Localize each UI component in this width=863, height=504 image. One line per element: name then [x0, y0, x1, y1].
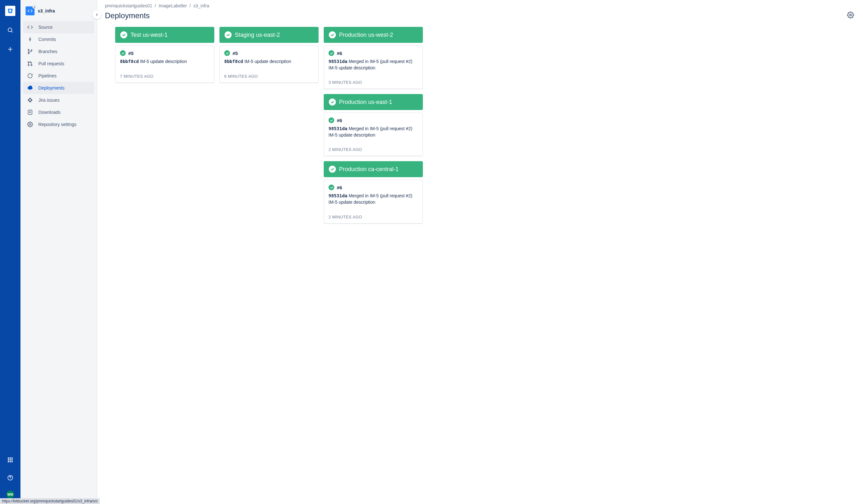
build-status-success-icon — [120, 50, 126, 56]
breadcrumb-item[interactable]: s3_infra — [193, 3, 209, 8]
sidebar-item-label: Commits — [38, 37, 56, 42]
environment-card: Test us-west-1#58bbf8cd IM-5 update desc… — [115, 27, 214, 83]
pullrequest-icon — [27, 61, 33, 67]
sidebar-item-pull-requests[interactable]: Pull requests — [23, 58, 95, 70]
commit-message: 98531da Merged in IM-5 (pull request #2)… — [328, 126, 418, 138]
repo-sidebar: s3_infra SourceCommitsBranchesPull reque… — [21, 0, 97, 504]
sidebar-item-label: Deployments — [38, 85, 65, 90]
commit-hash: 8bbf8cd — [224, 59, 243, 64]
environment-header[interactable]: Test us-west-1 — [115, 27, 214, 43]
status-bar: https://bitbucket.org/pmmquickstartguide… — [0, 498, 100, 504]
breadcrumb-item[interactable]: ImageLabeller — [159, 3, 187, 8]
bitbucket-logo[interactable] — [5, 6, 15, 16]
svg-point-16 — [29, 39, 31, 40]
jira-icon — [27, 97, 33, 103]
deployment-time: 6 MINUTES AGO — [224, 74, 314, 79]
svg-rect-9 — [12, 459, 13, 461]
deployment-column: Staging us-east-2#58bbf8cd IM-5 update d… — [220, 27, 318, 83]
build-number: #6 — [337, 51, 342, 56]
create-icon[interactable] — [5, 44, 15, 54]
search-icon[interactable] — [5, 25, 15, 35]
commit-message: 8bbf8cd IM-5 update description — [120, 59, 210, 65]
svg-rect-8 — [10, 459, 11, 461]
deployment-card[interactable]: #698531da Merged in IM-5 (pull request #… — [324, 46, 423, 89]
sidebar-item-deployments[interactable]: Deployments — [23, 82, 95, 94]
breadcrumb-separator: / — [155, 3, 156, 8]
deployment-time: 7 MINUTES AGO — [120, 74, 210, 79]
build-number: #5 — [233, 51, 238, 56]
breadcrumb: pmmquickstartguides01/ImageLabeller/s3_i… — [97, 0, 863, 8]
environment-header[interactable]: Production us-east-1 — [324, 94, 423, 110]
commit-icon — [27, 36, 33, 42]
build-status-success-icon — [328, 50, 334, 56]
environment-name: Production us-east-1 — [339, 99, 392, 105]
status-success-icon — [225, 32, 232, 38]
svg-point-23 — [28, 65, 29, 66]
svg-rect-15 — [34, 7, 35, 8]
environment-header[interactable]: Production us-west-2 — [324, 27, 423, 43]
environment-name: Production ca-central-1 — [339, 166, 399, 173]
sidebar-item-label: Downloads — [38, 110, 61, 115]
deployment-card[interactable]: #58bbf8cd IM-5 update description6 MINUT… — [220, 46, 318, 83]
help-icon[interactable] — [5, 473, 15, 483]
download-icon — [27, 109, 33, 115]
environment-card: Staging us-east-2#58bbf8cd IM-5 update d… — [220, 27, 318, 83]
settings-icon — [27, 121, 33, 128]
app-switcher-icon[interactable] — [5, 455, 15, 465]
sidebar-item-label: Branches — [38, 49, 57, 54]
collapse-sidebar-button[interactable] — [92, 10, 101, 19]
svg-rect-10 — [8, 461, 9, 463]
sidebar-item-commits[interactable]: Commits — [23, 33, 95, 46]
build-status-success-icon — [328, 185, 334, 190]
repo-avatar — [26, 7, 35, 15]
environment-card: Production us-west-2#698531da Merged in … — [324, 27, 423, 89]
environment-header[interactable]: Production ca-central-1 — [324, 161, 423, 177]
build-number: #6 — [337, 118, 342, 123]
build-status-success-icon — [224, 50, 230, 56]
user-avatar[interactable]: WM — [7, 491, 14, 498]
svg-rect-4 — [8, 458, 9, 459]
svg-rect-11 — [10, 461, 11, 463]
deployment-time: 2 MINUTES AGO — [328, 147, 418, 152]
svg-line-1 — [12, 32, 13, 33]
deployment-card[interactable]: #58bbf8cd IM-5 update description7 MINUT… — [115, 46, 214, 83]
sidebar-item-pipelines[interactable]: Pipelines — [23, 70, 95, 82]
page-title: Deployments — [105, 11, 150, 20]
pipelines-icon — [27, 73, 33, 79]
build-number: #5 — [128, 51, 134, 56]
status-success-icon — [329, 99, 336, 105]
deployment-card[interactable]: #698531da Merged in IM-5 (pull request #… — [324, 113, 423, 156]
commit-hash: 98531da — [328, 59, 347, 64]
commit-message: 98531da Merged in IM-5 (pull request #2)… — [328, 193, 418, 205]
sidebar-item-jira-issues[interactable]: Jira issues — [23, 94, 95, 106]
svg-rect-5 — [10, 458, 11, 459]
commit-hash: 98531da — [328, 193, 347, 198]
svg-rect-6 — [12, 458, 13, 459]
environment-name: Production us-west-2 — [339, 32, 393, 38]
status-success-icon — [120, 32, 127, 38]
breadcrumb-separator: / — [189, 3, 191, 8]
sidebar-item-label: Pipelines — [38, 73, 57, 78]
sidebar-item-downloads[interactable]: Downloads — [23, 106, 95, 118]
sidebar-item-label: Source — [38, 25, 52, 30]
svg-point-21 — [31, 50, 32, 51]
build-number: #6 — [337, 185, 342, 190]
deployment-column: Production us-west-2#698531da Merged in … — [324, 27, 423, 224]
environment-card: Production ca-central-1#698531da Merged … — [324, 161, 423, 223]
environment-name: Staging us-east-2 — [235, 32, 280, 38]
page-settings-button[interactable] — [846, 10, 855, 21]
branch-icon — [27, 48, 33, 55]
sidebar-item-source[interactable]: Source — [23, 21, 95, 33]
environment-header[interactable]: Staging us-east-2 — [220, 27, 318, 43]
breadcrumb-item[interactable]: pmmquickstartguides01 — [105, 3, 152, 8]
sidebar-item-repository-settings[interactable]: Repository settings — [23, 118, 95, 130]
repo-name: s3_infra — [38, 8, 55, 13]
repo-header[interactable]: s3_infra — [23, 5, 95, 21]
svg-point-22 — [28, 62, 29, 63]
svg-rect-7 — [8, 459, 9, 461]
deployment-card[interactable]: #698531da Merged in IM-5 (pull request #… — [324, 180, 423, 223]
sidebar-item-label: Jira issues — [38, 98, 60, 103]
sidebar-item-branches[interactable]: Branches — [23, 46, 95, 58]
lock-icon — [32, 5, 36, 9]
svg-point-28 — [850, 14, 851, 16]
